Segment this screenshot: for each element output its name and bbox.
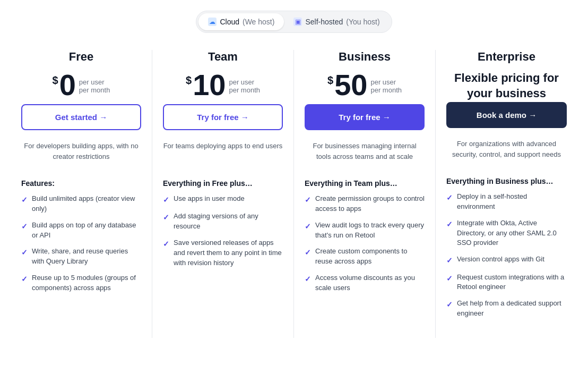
plan-free: Free $ 0 per user per month Get started … [11, 50, 152, 338]
plan-enterprise-features-header: Everything in Business plus… [446, 177, 567, 185]
selfhosted-label: Self-hosted [305, 18, 343, 26]
plan-business-dollar: $ [327, 74, 333, 87]
plan-business-per: per user [370, 78, 402, 86]
plan-business-amount: 50 [334, 70, 367, 100]
plan-enterprise-cta[interactable]: Book a demo → [446, 102, 567, 128]
feature-business-2-text: Create custom components to reuse across… [315, 247, 425, 267]
plan-free-period: per month [79, 86, 110, 94]
plan-team-label: per user per month [229, 78, 260, 94]
plan-team-price: $ 10 per user per month [163, 70, 283, 102]
plan-team-period: per month [229, 86, 260, 94]
plan-free-name: Free [21, 50, 141, 64]
feature-free-0: ✓ Build unlimited apps (creator view onl… [21, 194, 141, 214]
feature-free-3-text: Reuse up to 5 modules (groups of compone… [32, 273, 141, 293]
plan-free-label: per user per month [79, 78, 110, 94]
feature-enterprise-3-text: Request custom integrations with a Retoo… [457, 273, 567, 293]
cloud-label: Cloud [220, 18, 239, 26]
feature-free-3: ✓ Reuse up to 5 modules (groups of compo… [21, 273, 141, 293]
plan-business-desc: For businesses managing internal tools a… [305, 141, 425, 168]
feature-business-3: ✓ Access volume discounts as you scale u… [305, 273, 425, 293]
feature-enterprise-4-text: Get help from a dedicated support engine… [457, 299, 567, 319]
plan-business-name: Business [305, 50, 425, 64]
feature-team-2: ✓ Save versioned releases of apps and re… [163, 238, 283, 268]
plan-free-amount: 0 [59, 70, 76, 100]
feature-free-2: ✓ Write, share, and reuse queries with Q… [21, 247, 141, 267]
plan-business-cta[interactable]: Try for free → [305, 104, 425, 130]
check-icon: ✓ [21, 247, 28, 258]
check-icon: ✓ [163, 239, 169, 249]
check-icon: ✓ [163, 212, 169, 223]
feature-team-2-text: Save versioned releases of apps and reve… [174, 238, 283, 268]
hosting-toggle: ☁ Cloud (We host) ▣ Self-hosted (You hos… [11, 11, 577, 33]
cloud-sub: (We host) [243, 18, 274, 26]
check-icon: ✓ [21, 274, 28, 284]
plan-free-per: per user [79, 78, 110, 86]
feature-enterprise-4: ✓ Get help from a dedicated support engi… [446, 299, 567, 319]
check-icon: ✓ [305, 194, 311, 205]
feature-business-1-text: View audit logs to track every query tha… [315, 220, 425, 241]
plan-team-amount: 10 [193, 70, 226, 100]
plan-team-dollar: $ [186, 74, 192, 87]
plan-free-desc: For developers building apps, with no cr… [21, 141, 141, 168]
feature-business-0-text: Create permission groups to control acce… [315, 194, 425, 214]
toggle-cloud[interactable]: ☁ Cloud (We host) [198, 13, 284, 30]
toggle-selfhosted[interactable]: ▣ Self-hosted (You host) [284, 13, 389, 30]
check-icon: ✓ [446, 273, 453, 284]
feature-enterprise-0: ✓ Deploy in a self-hosted environment [446, 192, 567, 212]
selfhosted-sub: (You host) [346, 18, 379, 26]
plan-team-features-header: Everything in Free plus… [163, 179, 283, 188]
plan-business-period: per month [370, 86, 402, 94]
plan-team-desc: For teams deploying apps to end users [163, 141, 283, 168]
feature-enterprise-2-text: Version control apps with Git [457, 254, 544, 265]
plan-team-name: Team [163, 50, 283, 64]
check-icon: ✓ [305, 221, 311, 232]
feature-business-1: ✓ View audit logs to track every query t… [305, 220, 425, 241]
feature-team-1: ✓ Add staging versions of any resource [163, 211, 283, 232]
plan-free-dollar: $ [53, 74, 58, 87]
plan-business-price: $ 50 per user per month [305, 70, 425, 102]
plan-enterprise: Enterprise Flexible pricing for your bus… [436, 50, 577, 338]
feature-team-0-text: Use apps in user mode [174, 194, 245, 204]
check-icon: ✓ [305, 274, 311, 284]
check-icon: ✓ [21, 221, 28, 232]
plan-team-cta[interactable]: Try for free → [163, 104, 283, 130]
plan-business: Business $ 50 per user per month Try for… [294, 50, 436, 338]
feature-business-3-text: Access volume discounts as you scale use… [315, 273, 425, 293]
feature-free-0-text: Build unlimited apps (creator view only) [32, 194, 141, 214]
selfhosted-icon: ▣ [293, 18, 302, 26]
plan-enterprise-flexible-price: Flexible pricing for your business [446, 70, 567, 102]
feature-business-2: ✓ Create custom components to reuse acro… [305, 247, 425, 267]
plan-business-features-header: Everything in Team plus… [305, 179, 425, 188]
feature-enterprise-2: ✓ Version control apps with Git [446, 254, 567, 266]
check-icon: ✓ [21, 194, 28, 205]
feature-business-0: ✓ Create permission groups to control ac… [305, 194, 425, 214]
plan-free-cta[interactable]: Get started → [21, 104, 141, 130]
plan-free-price: $ 0 per user per month [21, 70, 141, 102]
cloud-icon: ☁ [208, 18, 217, 26]
feature-enterprise-1: ✓ Integrate with Okta, Active Directory,… [446, 218, 567, 249]
pricing-grid: Free $ 0 per user per month Get started … [11, 50, 577, 338]
check-icon: ✓ [446, 255, 453, 266]
check-icon: ✓ [446, 219, 453, 230]
feature-team-1-text: Add staging versions of any resource [174, 211, 283, 232]
plan-free-features-header: Features: [21, 179, 141, 188]
check-icon: ✓ [446, 299, 453, 310]
plan-team: Team $ 10 per user per month Try for fre… [152, 50, 294, 338]
feature-enterprise-0-text: Deploy in a self-hosted environment [457, 192, 567, 212]
feature-enterprise-3: ✓ Request custom integrations with a Ret… [446, 273, 567, 293]
plan-team-per: per user [229, 78, 260, 86]
feature-free-1: ✓ Build apps on top of any database or A… [21, 220, 141, 241]
check-icon: ✓ [163, 194, 169, 205]
feature-enterprise-1-text: Integrate with Okta, Active Directory, o… [457, 218, 567, 249]
plan-enterprise-desc: For organizations with advanced security… [446, 139, 567, 166]
check-icon: ✓ [305, 247, 311, 258]
feature-free-2-text: Write, share, and reuse queries with Que… [32, 247, 141, 267]
toggle-pill: ☁ Cloud (We host) ▣ Self-hosted (You hos… [196, 11, 392, 33]
check-icon: ✓ [446, 192, 453, 203]
plan-enterprise-name: Enterprise [446, 50, 567, 64]
plan-business-label: per user per month [370, 78, 402, 94]
feature-free-1-text: Build apps on top of any database or API [32, 220, 141, 241]
feature-team-0: ✓ Use apps in user mode [163, 194, 283, 205]
